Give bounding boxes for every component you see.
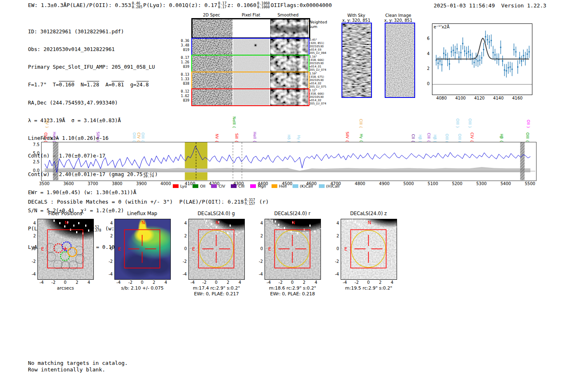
data-point <box>490 40 492 41</box>
panel-xtick: 2 <box>303 280 305 285</box>
panel-xtick: -2 <box>128 280 132 285</box>
cutout-2dspec-image <box>192 72 232 88</box>
data-point <box>517 66 518 67</box>
emission-line-plot <box>432 23 532 95</box>
panel-xtick: 4 <box>315 280 317 285</box>
legend-item: (K)CaII <box>293 184 313 188</box>
info-g: g= <box>124 81 136 88</box>
data-point <box>489 42 490 43</box>
ew-value: EW: 1.3±0.3Å <box>28 2 67 8</box>
data-point <box>519 57 520 58</box>
panel-xtick: 2 <box>153 280 155 285</box>
main-xtick: 5400 <box>500 181 511 186</box>
data-point <box>502 60 503 62</box>
east-label: E <box>118 246 121 252</box>
panel-ytick: 4 <box>179 221 187 225</box>
legend-item: OII <box>193 184 205 188</box>
panel-ytick: 4 <box>28 221 36 225</box>
data-point <box>495 54 496 56</box>
legend-label: HeII <box>279 184 287 188</box>
panel-ytick: -2 <box>105 259 113 264</box>
hatched-region <box>53 142 58 180</box>
cutout-left-label: 0.131.33038 <box>177 72 189 86</box>
fiber-circle <box>62 242 71 251</box>
panel-title: DECaLS(24.0) g <box>188 211 244 216</box>
panel-xtick: 4 <box>165 280 167 285</box>
panel-xtick: 4 <box>391 280 393 285</box>
east-label: E <box>268 246 271 252</box>
cutout-2dspec-image <box>192 56 232 72</box>
data-point <box>464 51 465 52</box>
qz-bounds: 0.17 0.17 <box>218 2 226 9</box>
info-radec: RA,Dec (244.754593,47.993340) <box>28 100 158 106</box>
data-point <box>508 67 509 68</box>
data-point <box>460 52 462 53</box>
panel-ytick: -4 <box>179 272 187 276</box>
panel-overlay: NE <box>188 219 244 279</box>
cutout-right-label: 0.45"(320, 851)20210530v014_03205_LU_094 <box>309 38 334 55</box>
withsky-coords: x, y: 320, 851 <box>342 18 371 23</box>
cutout-right-label: 1.12"(318, 666)20210530v014_02205_LU_074 <box>309 89 334 105</box>
cutout-row <box>191 72 309 89</box>
legend-swatch <box>319 184 325 188</box>
fiber-circle <box>54 244 63 253</box>
inset-xtick: 4100 <box>455 96 465 100</box>
line-label: Hδ ( <box>287 135 291 142</box>
inset-ytick: 6 <box>423 36 430 41</box>
cutout-smoothed-image <box>270 39 308 55</box>
panel-xtick: -2 <box>279 280 283 285</box>
z-value: z: 0.1060 <box>228 2 256 8</box>
line-label: NeIII { <box>232 116 236 128</box>
cutout-left-label: 0.363.48019 <box>177 39 189 52</box>
panel-caption2: EWr: 0, PLAE: 0.217 <box>177 291 255 297</box>
data-point <box>455 52 456 53</box>
cutout-right-label: 1.16"(318, 666)20210530v014_01205_LU_074 <box>309 55 334 72</box>
inset-xtick: 4140 <box>493 96 504 100</box>
info-t-val: 0.160 <box>59 81 74 88</box>
clean-coords: x, y: 320, 851 <box>384 18 413 23</box>
cutout-pixelflat-image <box>233 72 269 88</box>
data-point <box>451 51 452 53</box>
line-label: Hγ ( <box>297 135 301 142</box>
panel-title: DECaLS(24.0) r <box>265 211 320 216</box>
cutout-row <box>191 88 309 106</box>
data-point <box>483 49 484 50</box>
data-point <box>506 70 507 72</box>
legend-item: MgII <box>250 184 266 188</box>
info-id: ID: 3012822961 (3012822961.pdf) <box>28 29 158 35</box>
data-point <box>445 54 446 56</box>
qz-lower: 0.17 <box>218 5 226 9</box>
main-ytick: 2.5 <box>30 160 39 164</box>
data-point <box>515 51 516 53</box>
data-point <box>456 48 458 49</box>
panel-xtick: -2 <box>355 280 359 285</box>
data-point <box>436 60 437 61</box>
cutout-pixelflat-image <box>233 89 269 105</box>
cutout-smoothed-image <box>270 72 308 88</box>
plae-poii-value: P(LAE)/P(OII): 0.353 <box>67 2 131 8</box>
legend-item: Lyα <box>173 184 187 188</box>
z-type: OII <box>271 2 280 8</box>
line-label: CIV { <box>137 132 141 142</box>
line-label: OIII ( <box>445 134 449 142</box>
info-f: F=1.7" T= <box>28 81 59 88</box>
legend-label: CIV <box>218 184 225 188</box>
legend-item: HeII <box>272 184 287 188</box>
panel-ytick: 4 <box>105 221 113 225</box>
data-point <box>466 53 467 54</box>
legend-swatch <box>272 184 277 188</box>
line-label: Hγ { <box>359 134 363 142</box>
cutout-left-label: 0.121.62039 <box>177 89 189 103</box>
line-label: CIV { <box>470 132 474 142</box>
panel-xlabel: m:17.4 rc:2.9" s:0.2" <box>177 285 255 291</box>
legend-label: (H)CaII <box>326 184 340 188</box>
line-label: CIII { <box>359 119 363 128</box>
weighted-sum-label: Weighted Sum <box>309 20 327 29</box>
pixelflat-dot <box>255 44 256 46</box>
unused-fiber-circle <box>53 260 63 269</box>
main-ytick: 0.0 <box>30 168 39 173</box>
line-label: OIII { <box>525 132 530 142</box>
data-point <box>509 66 511 67</box>
line-label: HeII { <box>253 132 257 142</box>
weighted-pixelflat-image <box>233 19 269 37</box>
